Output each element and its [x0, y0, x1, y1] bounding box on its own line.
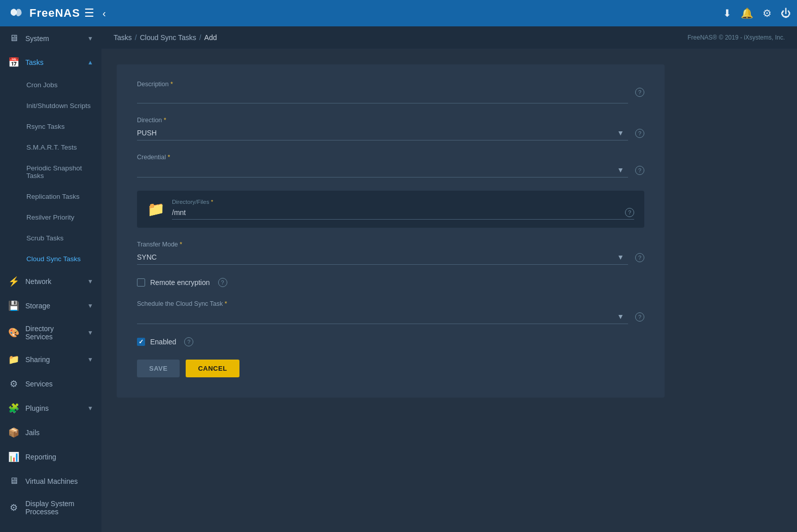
required-star: *: [164, 117, 166, 124]
cancel-button[interactable]: CANCEL: [186, 360, 239, 377]
form-area: Description * ? Direction * PUSH ▼: [101, 49, 797, 532]
sidebar-item-label: Display System Processes: [25, 500, 93, 516]
sidebar-item-label: Sharing: [25, 356, 81, 364]
transfer-mode-label: Transfer Mode *: [137, 241, 644, 248]
required-star: *: [170, 81, 173, 88]
description-field-row: Description * ?: [137, 81, 644, 103]
notification-icon[interactable]: 🔔: [741, 7, 753, 19]
breadcrumb-sep2: /: [199, 33, 201, 42]
network-icon: ⚡: [8, 276, 19, 287]
services-icon: ⚙: [8, 378, 19, 389]
dir-files-input[interactable]: [172, 208, 622, 217]
main-content: Tasks / Cloud Sync Tasks / Add FreeNAS® …: [101, 26, 797, 532]
credential-dropdown-icon[interactable]: ▼: [617, 166, 624, 174]
sidebar-item-cron-jobs[interactable]: Cron Jobs: [0, 75, 101, 95]
sidebar-item-rsync-tasks[interactable]: Rsync Tasks: [0, 116, 101, 137]
credential-field-row: Credential * ▼ ?: [137, 154, 644, 178]
sidebar-item-label: Replication Tasks: [26, 193, 93, 200]
breadcrumb: Tasks / Cloud Sync Tasks / Add: [114, 33, 217, 42]
description-input[interactable]: [137, 89, 628, 101]
breadcrumb-cloud-sync-tasks[interactable]: Cloud Sync Tasks: [140, 33, 196, 42]
topbar-logo: FreeNAS ☰ ‹: [6, 5, 723, 21]
credential-help-icon[interactable]: ?: [635, 166, 644, 175]
chevron-up-icon: ▲: [87, 59, 93, 66]
settings-icon[interactable]: ⚙: [763, 7, 772, 19]
sidebar-item-label: Jails: [25, 429, 93, 437]
sidebar-item-cloud-sync-tasks[interactable]: Cloud Sync Tasks: [0, 249, 101, 269]
transfer-mode-field-row: Transfer Mode * SYNC ▼ ?: [137, 241, 644, 265]
sidebar-item-jails[interactable]: 📦 Jails: [0, 420, 101, 445]
sidebar: 🖥 System ▼ 📅 Tasks ▲ Cron Jobs Init/Shut…: [0, 26, 101, 532]
sidebar-item-label: Plugins: [25, 404, 81, 412]
direction-value: PUSH: [137, 129, 617, 137]
form-card: Description * ? Direction * PUSH ▼: [117, 64, 665, 398]
remote-encryption-checkbox[interactable]: [137, 278, 145, 287]
sidebar-item-label: Cloud Sync Tasks: [26, 255, 93, 263]
power-icon[interactable]: ⏻: [781, 8, 791, 19]
sidebar-item-label: Rsync Tasks: [26, 123, 93, 130]
sidebar-item-label: Tasks: [25, 58, 81, 66]
schedule-label: Schedule the Cloud Sync Task *: [137, 300, 644, 307]
transfer-mode-value: SYNC: [137, 253, 617, 261]
sidebar-item-smart-tests[interactable]: S.M.A.R.T. Tests: [0, 137, 101, 158]
breadcrumb-tasks[interactable]: Tasks: [114, 33, 132, 42]
sidebar-item-directory-services[interactable]: 🎨 Directory Services ▼: [0, 318, 101, 347]
back-icon[interactable]: ‹: [102, 8, 106, 19]
tasks-icon: 📅: [8, 57, 19, 68]
sidebar-item-label: System: [25, 34, 81, 43]
description-help-icon[interactable]: ?: [635, 88, 644, 97]
sidebar-item-label: Resilver Priority: [26, 214, 93, 221]
jails-icon: 📦: [8, 427, 19, 438]
enabled-checkbox[interactable]: [137, 338, 145, 346]
sidebar-item-display-system[interactable]: ⚙ Display System Processes: [0, 493, 101, 522]
sidebar-item-reporting[interactable]: 📊 Reporting: [0, 445, 101, 469]
sidebar-item-storage[interactable]: 💾 Storage ▼: [0, 294, 101, 318]
sidebar-item-network[interactable]: ⚡ Network ▼: [0, 269, 101, 294]
chevron-down-icon: ▼: [87, 329, 93, 336]
reporting-icon: 📊: [8, 451, 19, 463]
folder-icon: 📁: [147, 201, 165, 218]
sidebar-item-system[interactable]: 🖥 System ▼: [0, 26, 101, 50]
sidebar-item-virtual-machines[interactable]: 🖥 Virtual Machines: [0, 469, 101, 493]
sidebar-item-label: Periodic Snapshot Tasks: [26, 164, 93, 180]
directory-files-box: 📁 Directory/Files * ?: [137, 191, 644, 228]
description-label: Description *: [137, 81, 173, 88]
app-title: FreeNAS: [29, 7, 80, 20]
dir-files-help-icon[interactable]: ?: [625, 208, 634, 217]
schedule-dropdown-icon[interactable]: ▼: [617, 312, 624, 321]
save-button[interactable]: SAVE: [137, 360, 180, 377]
download-icon[interactable]: ⬇: [723, 7, 732, 19]
breadcrumb-add: Add: [204, 33, 217, 42]
dir-files-label: Directory/Files *: [172, 199, 634, 205]
sidebar-item-label: Virtual Machines: [25, 477, 93, 485]
schedule-help-icon[interactable]: ?: [635, 312, 644, 322]
chevron-down-icon: ▼: [87, 356, 93, 363]
sidebar-item-tasks[interactable]: 📅 Tasks ▲: [0, 50, 101, 75]
required-star: *: [225, 300, 227, 307]
sidebar-item-label: Init/Shutdown Scripts: [26, 102, 93, 110]
direction-dropdown-icon[interactable]: ▼: [617, 129, 624, 137]
topbar-actions: ⬇ 🔔 ⚙ ⏻: [723, 7, 791, 19]
system-icon: 🖥: [8, 33, 19, 44]
remote-encryption-label: Remote encryption: [150, 278, 210, 287]
transfer-mode-help-icon[interactable]: ?: [635, 253, 644, 262]
sidebar-item-periodic-snapshot[interactable]: Periodic Snapshot Tasks: [0, 158, 101, 186]
sidebar-item-replication-tasks[interactable]: Replication Tasks: [0, 186, 101, 207]
enabled-help-icon[interactable]: ?: [184, 337, 193, 346]
freenas-logo-icon: [6, 5, 25, 21]
sidebar-item-sharing[interactable]: 📁 Sharing ▼: [0, 347, 101, 372]
required-star: *: [167, 154, 170, 161]
sidebar-item-resilver-priority[interactable]: Resilver Priority: [0, 207, 101, 228]
sidebar-item-label: Storage: [25, 302, 81, 310]
sharing-icon: 📁: [8, 354, 19, 365]
sidebar-item-scrub-tasks[interactable]: Scrub Tasks: [0, 228, 101, 249]
sidebar-item-plugins[interactable]: 🧩 Plugins ▼: [0, 396, 101, 420]
direction-help-icon[interactable]: ?: [635, 129, 644, 138]
enabled-label: Enabled: [150, 338, 176, 346]
transfer-mode-dropdown-icon[interactable]: ▼: [617, 253, 624, 261]
remote-encryption-help-icon[interactable]: ?: [218, 278, 227, 287]
sidebar-item-services[interactable]: ⚙ Services: [0, 372, 101, 396]
hamburger-icon[interactable]: ☰: [84, 7, 94, 20]
topbar: FreeNAS ☰ ‹ ⬇ 🔔 ⚙ ⏻: [0, 0, 797, 26]
sidebar-item-init-shutdown[interactable]: Init/Shutdown Scripts: [0, 95, 101, 116]
